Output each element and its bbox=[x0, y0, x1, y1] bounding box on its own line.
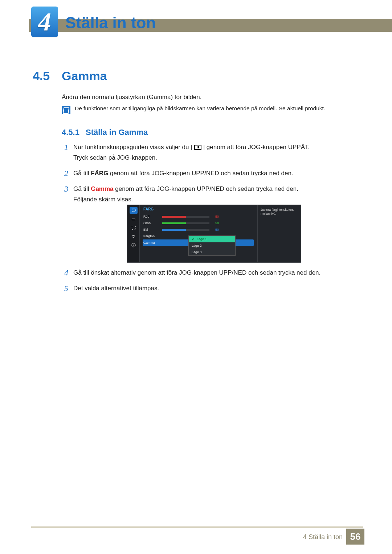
footer-chapter-label: 4 Ställa in ton bbox=[303, 533, 343, 541]
text-highlight: Gamma bbox=[91, 185, 113, 192]
slider-red bbox=[162, 216, 209, 218]
page-header: 4 Ställa in ton bbox=[29, 7, 392, 36]
option-label: Läge 3 bbox=[192, 250, 202, 254]
step-body: Gå till FÄRG genom att föra JOG-knappen … bbox=[73, 168, 363, 179]
osd-main: FÄRG Röd 50 Grön 50 Blå 50 Färgton Gamma… bbox=[140, 205, 257, 262]
subsection-number: 4.5.1 bbox=[62, 128, 79, 137]
step-body: Det valda alternativet tillämpas. bbox=[73, 283, 363, 294]
slider-green bbox=[162, 222, 209, 224]
chapter-title: Ställa in ton bbox=[65, 14, 156, 32]
note-text: De funktioner som är tillgängliga på bil… bbox=[75, 105, 325, 112]
text: Följande skärm visas. bbox=[73, 196, 133, 203]
option-label: Läge 1 bbox=[197, 237, 207, 241]
monitor-icon: 🖵 bbox=[130, 207, 138, 214]
step-body: Gå till Gamma genom att föra JOG-knappen… bbox=[73, 184, 363, 205]
osd-row-green: Grön 50 bbox=[143, 220, 254, 226]
slider-blue bbox=[162, 229, 209, 231]
text: När funktionsknappsguiden visas väljer d… bbox=[73, 144, 192, 151]
dropdown-item: ✔ Läge 1 bbox=[189, 236, 235, 242]
value: 50 bbox=[215, 228, 219, 231]
step-body: När funktionsknappsguiden visas väljer d… bbox=[73, 142, 363, 163]
step-2: 2 Gå till FÄRG genom att föra JOG-knappe… bbox=[62, 168, 363, 179]
dropdown-item: Läge 3 bbox=[189, 249, 235, 255]
subsection-title: Ställa in Gamma bbox=[86, 128, 148, 137]
picture-icon: ▭ bbox=[130, 216, 138, 222]
value: 50 bbox=[215, 221, 219, 225]
footer-separator bbox=[31, 526, 363, 528]
note: De funktioner som är tillgängliga på bil… bbox=[62, 105, 325, 114]
option-label: Läge 2 bbox=[192, 244, 202, 247]
osd-title: FÄRG bbox=[143, 207, 254, 211]
text: Gå till bbox=[73, 185, 91, 192]
text: Tryck sedan på JOG-knappen. bbox=[73, 154, 157, 161]
value: 50 bbox=[215, 215, 219, 218]
label: Röd bbox=[143, 215, 162, 218]
resize-icon: ⛶ bbox=[130, 225, 138, 231]
gear-icon: ✲ bbox=[130, 233, 138, 240]
osd-preview: 🖵 ▭ ⛶ ✲ ⓘ FÄRG Röd 50 Grön 50 Blå 50 Fär… bbox=[127, 205, 301, 263]
dropdown-item: Läge 2 bbox=[189, 242, 235, 249]
step-number: 1 bbox=[62, 142, 68, 163]
text: Gå till bbox=[73, 170, 91, 177]
text: genom att föra JOG-knappen UPP/NED och s… bbox=[108, 170, 293, 177]
page-number: 56 bbox=[346, 529, 364, 545]
step-1: 1 När funktionsknappsguiden visas väljer… bbox=[62, 142, 363, 163]
osd-row-red: Röd 50 bbox=[143, 213, 254, 220]
step-number: 3 bbox=[62, 184, 68, 205]
check-icon: ✔ bbox=[192, 237, 195, 241]
osd-row-blue: Blå 50 bbox=[143, 226, 254, 233]
step-body: Gå till önskat alternativ genom att föra… bbox=[73, 268, 363, 278]
info-icon: ⓘ bbox=[130, 242, 138, 249]
label: Färgton bbox=[143, 234, 162, 238]
text: genom att föra JOG-knappen UPP/NED och s… bbox=[114, 185, 298, 192]
step-5: 5 Det valda alternativet tillämpas. bbox=[62, 283, 363, 294]
osd-help: Justera färgintensitetens mellannivå. bbox=[257, 205, 301, 262]
step-number: 2 bbox=[62, 168, 68, 179]
step-number: 4 bbox=[62, 268, 68, 278]
label: Gamma bbox=[143, 241, 162, 245]
label: Blå bbox=[143, 228, 162, 231]
menu-icon bbox=[194, 145, 201, 150]
gamma-dropdown: ✔ Läge 1 Läge 2 Läge 3 bbox=[188, 235, 236, 256]
label: Grön bbox=[143, 221, 162, 225]
steps-list-top: 1 När funktionsknappsguiden visas väljer… bbox=[62, 142, 363, 210]
section-number: 4.5 bbox=[33, 69, 50, 83]
step-4: 4 Gå till önskat alternativ genom att fö… bbox=[62, 268, 363, 278]
note-icon bbox=[62, 106, 70, 114]
section-title: Gamma bbox=[62, 69, 107, 83]
chapter-badge: 4 bbox=[31, 7, 58, 37]
step-3: 3 Gå till Gamma genom att föra JOG-knapp… bbox=[62, 184, 363, 205]
chapter-number: 4 bbox=[38, 7, 51, 37]
text-bold: FÄRG bbox=[91, 170, 108, 177]
steps-list-bottom: 4 Gå till önskat alternativ genom att fö… bbox=[62, 268, 363, 299]
step-number: 5 bbox=[62, 283, 68, 294]
text: ] genom att föra JOG-knappen UPPÅT. bbox=[203, 144, 310, 151]
osd-side-icons: 🖵 ▭ ⛶ ✲ ⓘ bbox=[127, 205, 140, 262]
section-description: Ändra den normala ljusstyrkan (Gamma) fö… bbox=[62, 94, 202, 101]
